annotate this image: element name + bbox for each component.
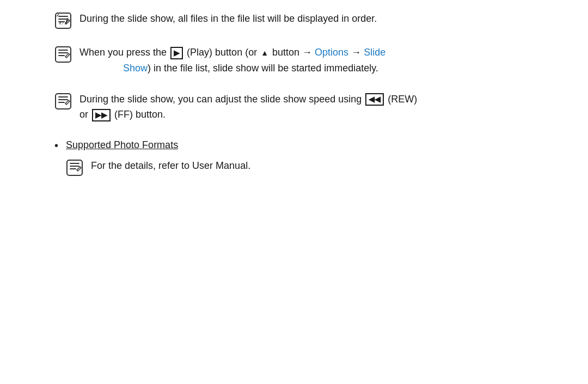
sub-note-icon	[66, 159, 83, 176]
sub-note-text: For the details, refer to User Manual.	[91, 158, 250, 174]
svg-rect-5	[56, 94, 71, 109]
sub-note: For the details, refer to User Manual.	[66, 158, 501, 176]
svg-rect-6	[67, 160, 82, 175]
up-triangle-icon: ▲	[261, 47, 268, 59]
supported-formats-heading: Supported Photo Formats	[66, 138, 501, 153]
ff-button-icon: ▶▶	[92, 109, 111, 121]
note-text-1: During the slide show, all files in the …	[79, 11, 501, 27]
main-content: 𝒩 During the slide show, all files in th…	[0, 0, 544, 194]
svg-line-2	[58, 14, 59, 15]
note-icon-2	[54, 46, 72, 63]
play-button-icon: ▶	[170, 47, 183, 59]
note-item-2: When you press the ▶ (Play) button (or ▲…	[54, 45, 501, 76]
note-text-3: During the slide show, you can adjust th…	[79, 92, 501, 123]
rew-button-icon: ◀◀	[365, 93, 384, 106]
svg-line-3	[57, 15, 58, 16]
note-item-3: During the slide show, you can adjust th…	[54, 92, 501, 123]
bullet-content: Supported Photo Formats For the details,…	[66, 138, 501, 176]
note-1-text: During the slide show, all files in the …	[79, 13, 377, 24]
options-link[interactable]: Options	[315, 47, 348, 58]
note-item-1: 𝒩 During the slide show, all files in th…	[54, 11, 501, 29]
bullet-dot: •	[54, 138, 58, 153]
note-icon-1: 𝒩	[54, 12, 72, 29]
or-text: or	[79, 109, 91, 120]
note-text-2: When you press the ▶ (Play) button (or ▲…	[79, 45, 501, 76]
bullet-section: • Supported Photo Formats For the detail…	[54, 138, 501, 176]
svg-rect-4	[56, 47, 71, 62]
note-icon-3	[54, 93, 72, 110]
